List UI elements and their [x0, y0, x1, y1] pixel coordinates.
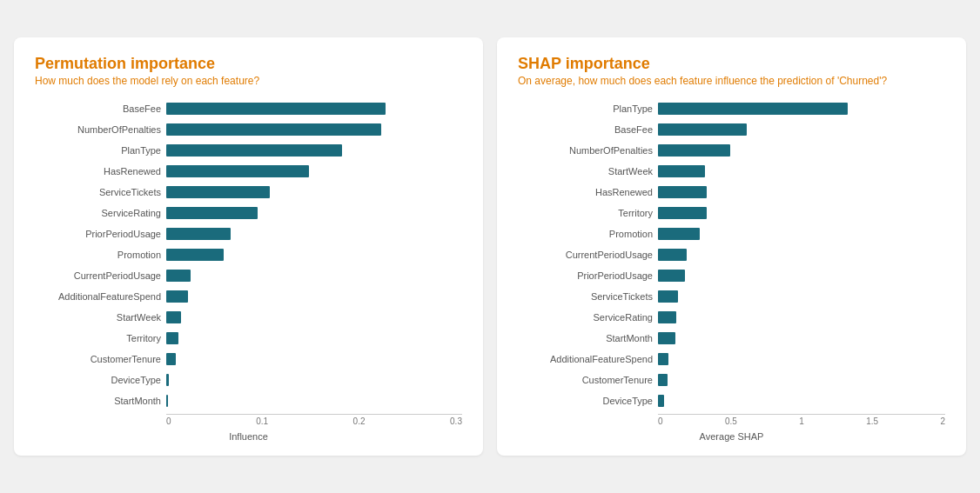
bar-label: ServiceRating: [35, 208, 161, 218]
bar-row: BaseFee: [518, 120, 945, 139]
bar-label: AdditionalFeatureSpend: [518, 354, 653, 364]
bar-row: DeviceType: [35, 370, 462, 390]
bar-row: Territory: [35, 329, 462, 348]
bar-track: [658, 186, 945, 198]
bar-track: [658, 311, 945, 323]
bar-label: CurrentPeriodUsage: [518, 250, 653, 260]
permutation-title: Permutation importance: [35, 55, 462, 73]
tick-label: 0.5: [725, 416, 737, 426]
bar-label: ServiceRating: [518, 312, 653, 323]
bar-row: CustomerTenure: [518, 370, 945, 390]
bar-row: PriorPeriodUsage: [35, 224, 462, 243]
bar-track: [658, 374, 945, 386]
bar-row: BaseFee: [35, 99, 462, 118]
bar-fill: [658, 311, 676, 323]
bar-fill: [658, 290, 678, 303]
bar-row: DeviceType: [518, 391, 945, 410]
bar-track: [166, 207, 462, 219]
bar-fill: [166, 186, 270, 198]
bar-track: [658, 332, 945, 344]
bar-fill: [166, 228, 231, 240]
permutation-title-plain: Permutation: [35, 55, 131, 72]
tick-label: 0.1: [256, 416, 268, 426]
bar-track: [658, 395, 945, 407]
bar-fill: [166, 123, 381, 136]
tick-label: 0: [166, 416, 171, 426]
bar-fill: [658, 103, 848, 115]
bar-fill: [166, 353, 176, 365]
bar-track: [166, 103, 462, 115]
bar-fill: [166, 270, 191, 282]
bar-track: [166, 186, 462, 198]
bar-track: [166, 290, 462, 303]
bar-label: PlanType: [35, 145, 161, 156]
tick-label: 1.5: [866, 416, 878, 426]
permutation-axis-label: Influence: [35, 431, 462, 442]
bar-fill: [166, 311, 181, 323]
bar-track: [658, 353, 945, 365]
bar-track: [658, 123, 945, 136]
bar-label: CurrentPeriodUsage: [35, 270, 161, 281]
bar-label: Promotion: [35, 250, 161, 260]
bar-fill: [166, 144, 342, 157]
bar-label: HasRenewed: [35, 166, 161, 177]
bar-fill: [166, 332, 178, 344]
tick-label: 0.2: [353, 416, 366, 426]
bar-track: [166, 311, 462, 323]
bar-label: ServiceTickets: [518, 291, 653, 302]
bar-row: StartMonth: [35, 391, 462, 410]
bar-label: Promotion: [518, 229, 653, 239]
bar-track: [166, 228, 462, 240]
bar-row: StartMonth: [518, 329, 945, 348]
shap-importance-card: SHAP importance On average, how much doe…: [497, 37, 966, 456]
bar-track: [658, 270, 945, 282]
shap-axis-label: Average SHAP: [518, 431, 945, 442]
bar-track: [658, 144, 945, 157]
bar-fill: [658, 165, 705, 177]
bar-row: ServiceTickets: [35, 183, 462, 202]
bar-track: [658, 249, 945, 261]
shap-chart-bars: PlanTypeBaseFeeNumberOfPenaltiesStartWee…: [518, 99, 945, 412]
permutation-title-colored: importance: [131, 55, 215, 72]
bar-track: [166, 165, 462, 177]
bar-track: [166, 249, 462, 261]
bar-label: ServiceTickets: [35, 187, 161, 197]
bar-label: Territory: [35, 333, 161, 343]
bar-fill: [166, 165, 309, 177]
charts-container: Permutation importance How much does the…: [14, 37, 966, 456]
bar-track: [166, 123, 462, 136]
bar-fill: [166, 103, 386, 115]
bar-row: PlanType: [35, 141, 462, 160]
bar-row: AdditionalFeatureSpend: [518, 350, 945, 369]
bar-fill: [658, 144, 730, 157]
shap-title-colored: importance: [566, 55, 650, 72]
bar-label: BaseFee: [518, 124, 653, 135]
bar-track: [166, 353, 462, 365]
bar-label: CustomerTenure: [35, 354, 161, 364]
shap-subtitle: On average, how much does each feature i…: [518, 75, 945, 87]
bar-row: PriorPeriodUsage: [518, 266, 945, 285]
bar-fill: [658, 186, 707, 198]
bar-row: Promotion: [35, 245, 462, 264]
bar-row: StartWeek: [35, 308, 462, 327]
bar-fill: [658, 207, 707, 219]
bar-row: Promotion: [518, 224, 945, 243]
tick-label: 1: [799, 416, 804, 426]
bar-fill: [658, 353, 668, 365]
bar-track: [658, 165, 945, 177]
bar-fill: [166, 395, 168, 407]
shap-title-plain: SHAP: [518, 55, 566, 72]
permutation-importance-card: Permutation importance How much does the…: [14, 37, 483, 456]
bar-row: CurrentPeriodUsage: [35, 266, 462, 285]
permutation-subtitle: How much does the model rely on each fea…: [35, 75, 462, 87]
bar-fill: [658, 228, 700, 240]
bar-track: [658, 228, 945, 240]
bar-track: [166, 395, 462, 407]
bar-track: [166, 374, 462, 386]
bar-track: [166, 144, 462, 157]
bar-row: Territory: [518, 203, 945, 223]
bar-fill: [658, 249, 687, 261]
perm-chart-bars: BaseFeeNumberOfPenaltiesPlanTypeHasRenew…: [35, 99, 462, 412]
x-axis-ticks: 00.511.52: [658, 416, 945, 426]
bar-row: HasRenewed: [518, 183, 945, 202]
